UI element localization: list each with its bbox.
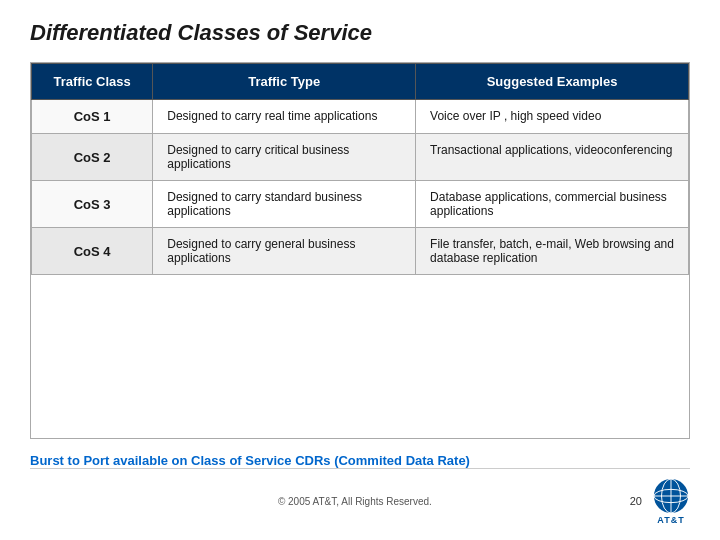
traffic-type-cell: Designed to carry real time applications <box>153 100 416 134</box>
col-header-suggested-examples: Suggested Examples <box>416 64 689 100</box>
att-logo: AT&T <box>652 477 690 525</box>
col-header-traffic-type: Traffic Type <box>153 64 416 100</box>
cos-table: Traffic Class Traffic Type Suggested Exa… <box>31 63 689 275</box>
footer-copyright: © 2005 AT&T, All Rights Reserved. <box>80 496 630 507</box>
traffic-type-cell: Designed to carry general business appli… <box>153 228 416 275</box>
traffic-type-cell: Designed to carry standard business appl… <box>153 181 416 228</box>
footer: © 2005 AT&T, All Rights Reserved. 20 AT&… <box>30 468 690 525</box>
traffic-type-cell: Designed to carry critical business appl… <box>153 134 416 181</box>
cos-table-wrapper: Traffic Class Traffic Type Suggested Exa… <box>30 62 690 439</box>
cos-label: CoS 1 <box>32 100 153 134</box>
table-row: CoS 4Designed to carry general business … <box>32 228 689 275</box>
examples-cell: Transactional applications, videoconfere… <box>416 134 689 181</box>
table-row: CoS 2Designed to carry critical business… <box>32 134 689 181</box>
att-globe-icon <box>652 477 690 515</box>
examples-cell: Voice over IP , high speed video <box>416 100 689 134</box>
cos-label: CoS 2 <box>32 134 153 181</box>
examples-cell: Database applications, commercial busine… <box>416 181 689 228</box>
table-row: CoS 1Designed to carry real time applica… <box>32 100 689 134</box>
att-logo-text: AT&T <box>657 515 684 525</box>
examples-cell: File transfer, batch, e-mail, Web browsi… <box>416 228 689 275</box>
table-row: CoS 3Designed to carry standard business… <box>32 181 689 228</box>
footer-page-number: 20 <box>630 495 642 507</box>
col-header-traffic-class: Traffic Class <box>32 64 153 100</box>
cos-label: CoS 4 <box>32 228 153 275</box>
page-container: Differentiated Classes of Service Traffi… <box>0 0 720 540</box>
cos-label: CoS 3 <box>32 181 153 228</box>
burst-note: Burst to Port available on Class of Serv… <box>30 453 690 468</box>
page-title: Differentiated Classes of Service <box>30 20 690 46</box>
